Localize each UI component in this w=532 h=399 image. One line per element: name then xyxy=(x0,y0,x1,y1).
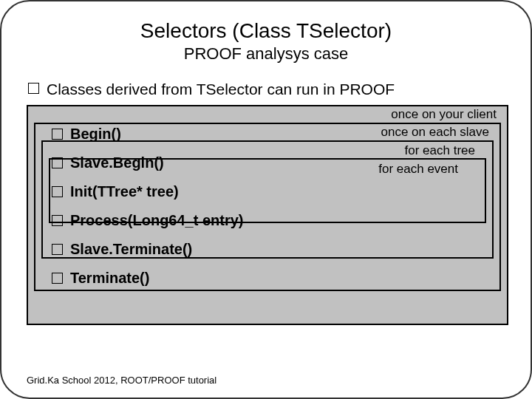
method-begin: Begin() xyxy=(52,126,244,143)
method-list: Begin() Slave.Begin() Init(TTree* tree) … xyxy=(52,126,244,287)
square-bullet-icon xyxy=(52,273,63,284)
method-terminate: Terminate() xyxy=(52,270,244,287)
slide-frame: Selectors (Class TSelector) PROOF analys… xyxy=(0,0,532,399)
label-client: once on your client xyxy=(391,107,497,122)
footer-text: Grid.Ka School 2012, ROOT/PROOF tutorial xyxy=(27,375,216,386)
label-slave: once on each slave xyxy=(381,125,490,140)
nested-boxes: once on your client once on each slave f… xyxy=(27,105,505,325)
square-bullet-icon xyxy=(28,83,39,94)
method-label: Init(TTree* tree) xyxy=(70,183,179,200)
method-label: Terminate() xyxy=(70,270,149,287)
square-bullet-icon xyxy=(52,157,63,168)
slide-title: Selectors (Class TSelector) xyxy=(27,19,505,43)
intro-text: Classes derived from TSelector can run i… xyxy=(47,80,395,99)
method-process: Process(Long64_t entry) xyxy=(52,212,244,229)
square-bullet-icon xyxy=(52,186,63,197)
square-bullet-icon xyxy=(52,129,63,140)
square-bullet-icon xyxy=(52,244,63,255)
label-tree: for each tree xyxy=(405,143,475,158)
method-label: Slave.Begin() xyxy=(70,154,164,171)
method-slave-begin: Slave.Begin() xyxy=(52,154,244,171)
method-slave-terminate: Slave.Terminate() xyxy=(52,241,244,258)
method-init: Init(TTree* tree) xyxy=(52,183,244,200)
method-label: Slave.Terminate() xyxy=(70,241,192,258)
intro-bullet: Classes derived from TSelector can run i… xyxy=(28,80,505,99)
method-label: Begin() xyxy=(70,126,121,143)
square-bullet-icon xyxy=(52,215,63,226)
slide-subtitle: PROOF analysys case xyxy=(27,44,505,64)
label-event: for each event xyxy=(378,162,458,177)
method-label: Process(Long64_t entry) xyxy=(70,212,244,229)
